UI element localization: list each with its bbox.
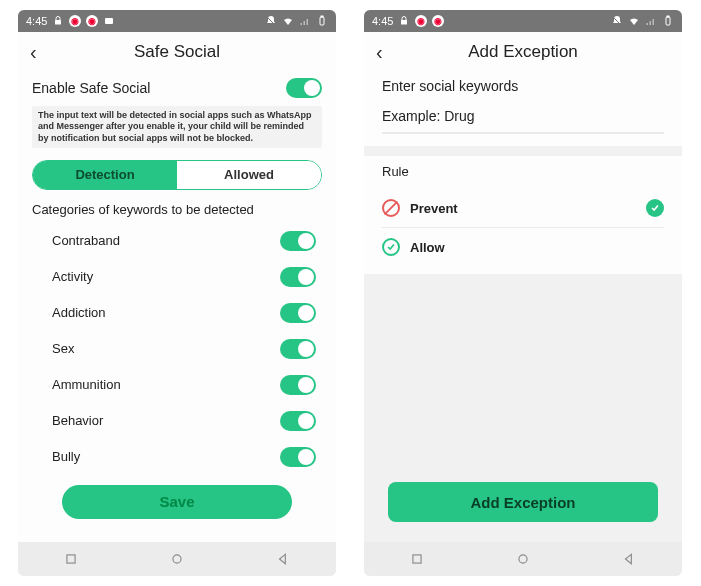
svg-point-12 xyxy=(519,555,527,563)
keyword-prompt: Enter social keywords xyxy=(382,78,664,94)
svg-rect-0 xyxy=(55,20,61,25)
nav-back-icon[interactable] xyxy=(276,552,290,566)
tab-allowed[interactable]: Allowed xyxy=(177,161,321,189)
app-dot-icon: ◉ xyxy=(432,15,444,27)
title-bar: ‹ Safe Social xyxy=(18,32,336,72)
nav-recent-icon[interactable] xyxy=(64,552,78,566)
svg-point-6 xyxy=(173,555,181,563)
signal-icon xyxy=(299,15,311,27)
svg-rect-9 xyxy=(666,17,670,25)
category-row: Behavior xyxy=(32,403,322,439)
keyword-input[interactable]: Example: Drug xyxy=(382,104,664,134)
category-toggle[interactable] xyxy=(280,411,316,431)
app-dot-icon: ◉ xyxy=(69,15,81,27)
category-row: Activity xyxy=(32,259,322,295)
category-toggle[interactable] xyxy=(280,303,316,323)
category-toggle[interactable] xyxy=(280,231,316,251)
app-dot-icon: ◉ xyxy=(415,15,427,27)
category-row: Addiction xyxy=(32,295,322,331)
svg-rect-7 xyxy=(401,20,407,25)
rule-allow-label: Allow xyxy=(410,240,445,255)
nav-home-icon[interactable] xyxy=(170,552,184,566)
category-list: Contraband Activity Addiction Sex Ammuni… xyxy=(32,223,322,475)
page-title: Safe Social xyxy=(18,42,336,62)
checkmark-icon xyxy=(646,199,664,217)
category-toggle[interactable] xyxy=(280,339,316,359)
category-toggle[interactable] xyxy=(280,267,316,287)
category-row: Bully xyxy=(32,439,322,475)
nav-back-icon[interactable] xyxy=(622,552,636,566)
svg-rect-10 xyxy=(667,16,669,17)
enable-row: Enable Safe Social xyxy=(32,72,322,106)
enable-label: Enable Safe Social xyxy=(32,80,150,96)
add-exception-button[interactable]: Add Exception xyxy=(388,482,658,522)
detection-allowed-tabs: Detection Allowed xyxy=(32,160,322,190)
signal-icon xyxy=(645,15,657,27)
info-box: The input text will be detected in socia… xyxy=(32,106,322,148)
android-nav-bar xyxy=(18,542,336,576)
rule-heading: Rule xyxy=(382,164,664,179)
battery-icon xyxy=(316,15,328,27)
empty-area: Add Exception xyxy=(364,274,682,542)
svg-rect-1 xyxy=(105,18,113,24)
svg-rect-11 xyxy=(413,555,421,563)
category-toggle[interactable] xyxy=(280,447,316,467)
wifi-icon xyxy=(628,15,640,27)
save-button[interactable]: Save xyxy=(62,485,292,519)
app-dot-icon: ◉ xyxy=(86,15,98,27)
rule-allow[interactable]: Allow xyxy=(382,228,664,266)
android-nav-bar xyxy=(364,542,682,576)
allow-icon xyxy=(382,238,400,256)
enable-toggle[interactable] xyxy=(286,78,322,98)
battery-icon xyxy=(662,15,674,27)
svg-rect-3 xyxy=(320,17,324,25)
nav-recent-icon[interactable] xyxy=(410,552,424,566)
status-bar: 4:45 ◉ ◉ xyxy=(18,10,336,32)
screen-add-exception: 4:45 ◉ ◉ ‹ Add Exception Enter social ke… xyxy=(364,10,682,576)
status-time: 4:45 xyxy=(372,15,393,27)
svg-rect-5 xyxy=(67,555,75,563)
bell-off-icon xyxy=(265,15,277,27)
category-toggle[interactable] xyxy=(280,375,316,395)
category-row: Sex xyxy=(32,331,322,367)
rule-prevent-label: Prevent xyxy=(410,201,458,216)
title-bar: ‹ Add Exception xyxy=(364,32,682,72)
bell-off-icon xyxy=(611,15,623,27)
status-bar: 4:45 ◉ ◉ xyxy=(364,10,682,32)
svg-rect-4 xyxy=(321,16,323,17)
categories-heading: Categories of keywords to be detected xyxy=(32,202,322,217)
status-time: 4:45 xyxy=(26,15,47,27)
nav-home-icon[interactable] xyxy=(516,552,530,566)
lock-icon xyxy=(52,15,64,27)
screen-safe-social: 4:45 ◉ ◉ ‹ Safe Social Enable Safe Socia… xyxy=(18,10,336,576)
lock-icon xyxy=(398,15,410,27)
rule-prevent[interactable]: Prevent xyxy=(382,189,664,228)
page-title: Add Exception xyxy=(364,42,682,62)
tab-detection[interactable]: Detection xyxy=(33,161,177,189)
wifi-icon xyxy=(282,15,294,27)
category-row: Ammunition xyxy=(32,367,322,403)
card-icon xyxy=(103,15,115,27)
category-row: Contraband xyxy=(32,223,322,259)
prevent-icon xyxy=(382,199,400,217)
divider xyxy=(364,146,682,156)
